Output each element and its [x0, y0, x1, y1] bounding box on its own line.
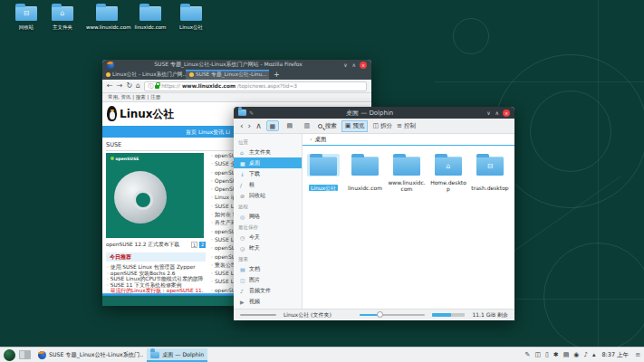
place-home[interactable]: ⌂主文件夹: [234, 147, 302, 157]
desktop-icon-label: Linux公社: [170, 24, 212, 31]
dolphin-titlebar[interactable]: ✎ 桌面 — Dolphin ∨ ∧ ×: [234, 107, 514, 119]
place-documents[interactable]: ▤文档: [234, 263, 302, 274]
place-desktop[interactable]: ▦桌面: [234, 157, 302, 168]
minimize-button[interactable]: ∨: [342, 62, 348, 68]
place-images[interactable]: ◫图片: [234, 274, 302, 285]
desktop-icon-home[interactable]: ⌂ 主文件夹: [42, 4, 83, 31]
place-yesterday[interactable]: ◶昨天: [234, 243, 302, 253]
display-icon[interactable]: ▤: [563, 352, 570, 358]
pin-icon[interactable]: ✎: [249, 110, 254, 116]
desktop-icon-linux-gongshe[interactable]: Linux公社: [170, 4, 212, 31]
clipboard-icon[interactable]: ◫: [534, 352, 541, 358]
reload-button[interactable]: ↻: [126, 82, 132, 90]
opensuse-dvd-image[interactable]: openSUSE: [106, 153, 204, 238]
https-lock-icon: [155, 85, 159, 89]
article-link[interactable]: SUSE 11 下文件系统检修案例: [106, 282, 206, 289]
file-trash-desktop[interactable]: ⊟ trash.desktop: [469, 154, 511, 195]
opensuse-logo: openSUSE: [111, 157, 139, 161]
app-launcher-icon[interactable]: [4, 349, 15, 361]
split-button[interactable]: ◫ 拆分: [372, 122, 392, 130]
control-menu-button[interactable]: ≡ 控制: [397, 122, 416, 130]
network-icon[interactable]: ◉: [573, 352, 579, 358]
dolphin-toolbar: ‹ › ∧ ▦ ▤ ▥ 搜索 ▣ 预览 ◫ 拆分 ≡ 控制: [234, 119, 514, 134]
article-link[interactable]: 使用 SUSE Linux 包管理器 Zypper: [106, 264, 206, 271]
place-audio[interactable]: ♪音频文件: [234, 285, 302, 296]
breadcrumb-item-desktop[interactable]: 桌面: [315, 136, 327, 144]
site-logo-title: Linux公社: [120, 108, 175, 120]
article-link[interactable]: SUSE Linux的CPU节能模式引发的故障: [106, 276, 206, 282]
back-button[interactable]: ←: [107, 82, 113, 90]
firefox-tab-bar: Linux公社 - Linux系统门户网… × SUSE 专题_Linux公社-…: [102, 70, 371, 80]
place-downloads[interactable]: ↓下载: [234, 168, 302, 179]
firefox-icon: [38, 351, 46, 359]
devices-header: 设备: [234, 307, 302, 309]
volume-icon[interactable]: ♪: [583, 352, 587, 358]
file-home-desktop[interactable]: ⌂ Home.desktop: [428, 154, 469, 195]
place-trash[interactable]: ⊘回收站: [234, 190, 302, 201]
desktop-icon-linuxidc[interactable]: linuxidc.com: [130, 4, 171, 30]
place-videos[interactable]: ▶视频: [234, 296, 302, 307]
zoom-slider-knob[interactable]: [377, 311, 383, 318]
close-button[interactable]: ×: [503, 110, 510, 117]
panel-handle-icon[interactable]: ≡: [635, 351, 640, 358]
blueprint-circle: [530, 90, 611, 172]
file-www-linuxidc[interactable]: www.linuxidc.com: [386, 154, 428, 195]
battery-icon[interactable]: ▯: [545, 352, 549, 358]
url-bar[interactable]: ⓘ https://www.linuxidc.com/topicnews.asp…: [144, 81, 367, 91]
url-domain: www.linuxidc.com: [182, 83, 235, 89]
page-info-icon[interactable]: ⓘ: [148, 82, 153, 90]
place-network[interactable]: ◎网络: [234, 211, 302, 222]
dolphin-statusbar: Linux公社 (文件夹) 11.1 GiB 剩余: [234, 309, 514, 320]
place-today[interactable]: ◷今天: [234, 232, 302, 243]
preview-button[interactable]: ▣ 预览: [341, 120, 369, 132]
bookmarks-toolbar[interactable]: 常用, 资讯 | 搜索 | 注册: [102, 93, 371, 102]
firefox-titlebar[interactable]: SUSE 专题_Linux公社-Linux系统门户网站 - Mozilla Fi…: [102, 60, 371, 70]
tab-suse-topic[interactable]: SUSE 专题_Linux公社-Linu… ×: [186, 70, 269, 80]
site-logo[interactable]: Linux公社 www.Linuxidc.com: [107, 104, 175, 126]
desktop-icon-label: linuxidc.com: [130, 24, 171, 30]
tab-linux-gongshe[interactable]: Linux公社 - Linux系统门户网… ×: [102, 70, 186, 80]
pagination-1[interactable]: 1: [191, 242, 197, 248]
task-dolphin[interactable]: 桌面 — Dolphin: [147, 348, 207, 362]
back-button[interactable]: ‹: [240, 122, 244, 130]
bluetooth-icon[interactable]: ✱: [553, 352, 559, 358]
details-view-button[interactable]: ▥: [301, 120, 313, 131]
new-tab-button[interactable]: +: [269, 70, 284, 80]
klipper-icon[interactable]: ✎: [525, 352, 531, 358]
minimize-button[interactable]: ∨: [485, 110, 491, 116]
tab-label: SUSE 专题_Linux公社-Linu…: [196, 71, 267, 79]
tray-expand-icon[interactable]: ▴: [592, 352, 596, 358]
download-icon: ↓: [240, 171, 246, 177]
breadcrumb[interactable]: › 桌面: [303, 134, 514, 146]
folder-view: › 桌面 Linux公社 linuxidc.com www.linuxidc.c…: [303, 134, 514, 309]
forward-button[interactable]: →: [117, 82, 123, 90]
maximize-button[interactable]: ∧: [495, 110, 500, 116]
preview-icon: ▣: [345, 122, 351, 129]
desktop-icon-www-linuxidc[interactable]: www.linuxidc.com: [86, 4, 128, 30]
article-link[interactable]: openSUSE 安装Bochs 2.6: [106, 271, 206, 277]
search-button[interactable]: 搜索: [318, 122, 337, 130]
icons-view-button[interactable]: ▦: [266, 120, 279, 131]
trash-emblem-icon: ⊟: [476, 157, 504, 176]
file-linux-gongshe[interactable]: Linux公社: [303, 154, 344, 195]
maximize-button[interactable]: ∧: [351, 62, 357, 68]
image-caption-link[interactable]: openSUSE 12.2 正式发布下载: [106, 241, 189, 249]
dolphin-app-icon: [238, 110, 246, 116]
clock[interactable]: 8:37 上午: [601, 351, 629, 359]
forward-button[interactable]: ›: [248, 122, 252, 130]
close-button[interactable]: ×: [360, 62, 367, 69]
up-button[interactable]: ∧: [255, 122, 262, 130]
desktop-icon-label: 主文件夹: [42, 24, 83, 31]
zoom-slider[interactable]: [360, 314, 425, 316]
home-emblem-icon: ⌂: [52, 6, 73, 21]
bookmarks-items[interactable]: 常用, 资讯 | 搜索 | 注册: [108, 94, 160, 100]
task-firefox[interactable]: SUSE 专题_Linux公社-Linux系统门…: [34, 348, 143, 362]
home-emblem-icon: ⌂: [435, 157, 462, 176]
home-icon: ⌂: [240, 149, 246, 156]
pagination-2[interactable]: 2: [199, 242, 206, 248]
compact-view-button[interactable]: ▤: [284, 120, 296, 131]
virtual-desktop-pager[interactable]: [19, 350, 31, 359]
place-root[interactable]: /根: [234, 179, 302, 190]
home-button[interactable]: ⌂: [136, 82, 140, 90]
file-linuxidc[interactable]: linuxidc.com: [344, 154, 386, 195]
